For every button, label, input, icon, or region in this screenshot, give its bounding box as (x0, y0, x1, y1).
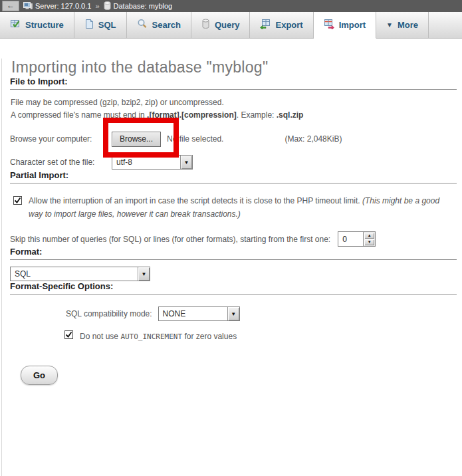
checkmark-icon (65, 331, 72, 338)
chevron-down-icon: ▼ (386, 21, 393, 29)
autoinc-label: Do not use AUTO_INCREMENT for zero value… (80, 330, 237, 344)
autoinc-row: Do not use AUTO_INCREMENT for zero value… (64, 330, 462, 344)
server-icon (23, 1, 33, 11)
export-icon (260, 19, 271, 31)
tab-sql[interactable]: SQL (74, 12, 127, 38)
browse-button[interactable]: Browse... (112, 132, 161, 147)
format-select-value: SQL (15, 269, 31, 279)
skip-queries-spinner[interactable]: 0 ▲ ▼ (338, 231, 376, 247)
charset-label: Character set of the file: (10, 158, 112, 167)
browse-row: Browse your computer: Browse... No file … (10, 130, 462, 148)
back-button[interactable]: ← (2, 1, 19, 11)
breadcrumb-database-label: Database: myblog (114, 2, 173, 10)
breadcrumb-server[interactable]: Server: 127.0.0.1 (23, 1, 91, 11)
breadcrumb-separator: » (95, 2, 99, 10)
charset-select[interactable]: utf-8 ▼ (112, 155, 193, 170)
database-icon (104, 1, 111, 11)
compression-note: File may be compressed (gzip, bzip2, zip… (11, 97, 462, 108)
tab-export[interactable]: Export (250, 12, 313, 38)
tab-import[interactable]: Import (314, 12, 376, 39)
skip-queries-value: 0 (338, 232, 363, 246)
filename-format-hint: .[format].[compression] (147, 110, 237, 120)
tab-search[interactable]: Search (127, 12, 191, 38)
main-content: Importing into the database "myblog" Fil… (1, 59, 462, 476)
tab-export-label: Export (275, 20, 302, 30)
tab-query[interactable]: Query (191, 12, 251, 38)
sql-compat-row: SQL compatibility mode: NONE ▼ (66, 306, 462, 321)
allow-interrupt-row: Allow the interruption of an import in c… (13, 194, 449, 221)
tab-structure-label: Structure (25, 20, 64, 30)
tab-sql-label: SQL (98, 20, 116, 30)
checkmark-icon (14, 197, 21, 204)
sql-icon (84, 19, 94, 31)
section-title-format: Format: (10, 247, 457, 260)
spinner-up-icon[interactable]: ▲ (364, 233, 374, 239)
breadcrumb-server-label: Server: 127.0.0.1 (35, 2, 91, 10)
spinner-buttons: ▲ ▼ (363, 232, 375, 246)
tab-more-label: More (398, 20, 418, 30)
breadcrumb-database[interactable]: Database: myblog (104, 1, 173, 11)
import-icon (324, 19, 334, 31)
filename-example: .sql.zip (277, 110, 304, 120)
section-title-partial-import: Partial Import: (10, 170, 457, 183)
page-title: Importing into the database "myblog" (11, 59, 462, 76)
tab-search-label: Search (152, 20, 181, 30)
spinner-down-icon[interactable]: ▼ (364, 239, 374, 245)
tab-import-label: Import (339, 20, 366, 30)
sql-compat-value: NONE (163, 309, 186, 318)
structure-icon (10, 19, 21, 31)
sql-compat-label: SQL compatibility mode: (66, 309, 152, 318)
filename-note: A compressed file's name must end in .[f… (11, 110, 462, 120)
allow-interrupt-checkbox[interactable] (13, 196, 22, 205)
tab-query-label: Query (215, 20, 240, 30)
autoinc-code: AUTO_INCREMENT (120, 332, 182, 341)
search-icon (137, 19, 148, 31)
skip-queries-row: Skip this number of queries (for SQL) or… (10, 231, 462, 247)
format-select[interactable]: SQL ▼ (10, 267, 150, 281)
go-button[interactable]: Go (21, 366, 58, 385)
dropdown-arrow-icon[interactable]: ▼ (138, 267, 150, 281)
dropdown-arrow-icon[interactable]: ▼ (227, 307, 239, 320)
tab-structure[interactable]: Structure (0, 12, 74, 38)
section-title-format-options: Format-Specific Options: (10, 281, 457, 295)
skip-queries-label: Skip this number of queries (for SQL) or… (10, 235, 330, 244)
charset-row: Character set of the file: utf-8 ▼ (10, 154, 462, 170)
charset-select-value: utf-8 (116, 158, 132, 167)
top-breadcrumb-bar: ← Server: 127.0.0.1 » Database: myblog (0, 0, 462, 12)
browse-label: Browse your computer: (10, 134, 112, 144)
sql-compat-select[interactable]: NONE ▼ (158, 306, 240, 321)
autoinc-checkbox[interactable] (64, 330, 73, 339)
query-icon (201, 19, 210, 31)
section-title-file-to-import: File to Import: (10, 76, 457, 90)
dropdown-arrow-icon[interactable]: ▼ (180, 156, 192, 169)
tab-bar: Structure SQL Search Query Export Import… (0, 12, 462, 39)
no-file-selected-text: No file selected. (167, 134, 223, 144)
tab-more[interactable]: ▼ More (376, 12, 429, 38)
allow-interrupt-label: Allow the interruption of an import in c… (29, 194, 449, 221)
max-upload-size: (Max: 2,048KiB) (285, 134, 342, 144)
